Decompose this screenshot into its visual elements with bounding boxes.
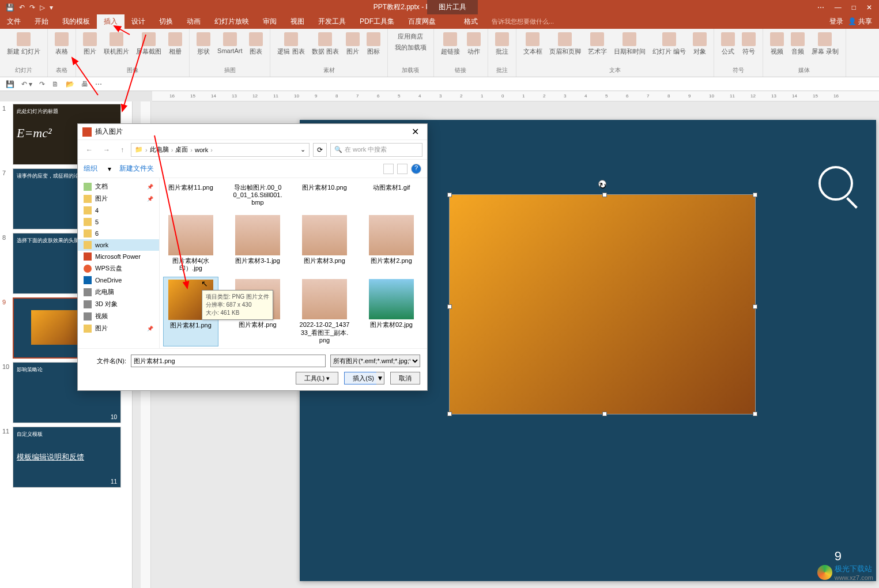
material-pic-button[interactable]: 图片 <box>342 31 363 65</box>
file-item[interactable]: 图片素材4(水印）.jpg <box>163 213 218 274</box>
album-button[interactable]: 相册 <box>165 31 186 65</box>
appstore-button[interactable]: 应用商店 <box>391 31 430 42</box>
resize-handle-nw[interactable] <box>447 193 452 197</box>
symbol-button[interactable]: 符号 <box>738 31 759 65</box>
undo-icon-2[interactable]: ↶ ▾ <box>21 80 32 88</box>
tab-file[interactable]: 文件 <box>0 14 28 29</box>
action-button[interactable]: 动作 <box>463 31 484 65</box>
nav-up-button[interactable]: ↑ <box>117 145 127 155</box>
file-item[interactable]: 图片素材02.jpg <box>364 277 419 346</box>
sidebar-item[interactable]: work <box>78 239 159 251</box>
file-item[interactable]: 图片素材11.png <box>163 182 218 210</box>
file-item[interactable]: 导出帧图片.00_00_01_16.Still001.bmp <box>230 182 285 210</box>
qat-more-icon[interactable]: ▾ <box>50 3 53 12</box>
object-button[interactable]: 对象 <box>689 31 710 65</box>
tab-review[interactable]: 审阅 <box>256 14 284 29</box>
view-list-icon[interactable] <box>397 164 408 174</box>
tab-format[interactable]: 格式 <box>457 14 485 29</box>
organize-button[interactable]: 组织 <box>84 164 97 174</box>
filetype-select[interactable]: 所有图片(*.emf;*.wmf;*.jpg;*.ji <box>330 355 420 367</box>
pin-icon[interactable]: 📌 <box>147 184 153 190</box>
save-icon-2[interactable]: 💾 <box>6 80 14 88</box>
file-item[interactable]: 图片素材3-1.jpg <box>230 213 285 274</box>
save-icon[interactable]: 💾 <box>6 3 14 12</box>
screenrec-button[interactable]: 屏幕 录制 <box>808 31 842 65</box>
sidebar-item[interactable]: 5 <box>78 216 159 228</box>
resize-handle-s[interactable] <box>602 412 607 416</box>
dialog-titlebar[interactable]: 插入图片 ✕ <box>78 124 427 140</box>
tab-baidu[interactable]: 百度网盘 <box>401 14 443 29</box>
open-icon[interactable]: 📂 <box>66 80 74 88</box>
dialog-sidebar[interactable]: 文档📌图片📌456workMicrosoft PowerWPS云盘OneDriv… <box>78 178 160 348</box>
sidebar-item[interactable]: 6 <box>78 228 159 239</box>
view-large-icon[interactable] <box>383 164 394 174</box>
file-item[interactable]: 图片素材3.png <box>297 213 352 274</box>
video-button[interactable]: 视频 <box>767 31 787 65</box>
tab-design[interactable]: 设计 <box>125 14 152 29</box>
file-list[interactable]: 图片素材11.png导出帧图片.00_00_01_16.Still001.bmp… <box>160 178 427 348</box>
cancel-button[interactable]: 取消 <box>390 372 420 385</box>
path-dropdown-icon[interactable]: ⌄ <box>300 146 305 153</box>
tab-view[interactable]: 视图 <box>284 14 311 29</box>
smartart-button[interactable]: SmartArt <box>214 31 246 65</box>
ribbon-options-icon[interactable]: ⋯ <box>817 3 824 12</box>
undo-icon[interactable]: ↶ <box>19 3 25 12</box>
chart-button[interactable]: 图表 <box>246 31 266 65</box>
start-icon[interactable]: ▷ <box>40 3 45 12</box>
nav-back-button[interactable]: ← <box>82 145 96 155</box>
shape-button[interactable]: 形状 <box>193 31 214 65</box>
login-button[interactable]: 登录 <box>829 17 843 27</box>
datetime-button[interactable]: 日期和时间 <box>610 31 649 65</box>
rotate-handle[interactable]: ↻ <box>598 180 606 188</box>
headerfooter-button[interactable]: 页眉和页脚 <box>546 31 584 65</box>
search-input[interactable]: 🔍 在 work 中搜索 <box>330 143 422 157</box>
selected-image[interactable]: ↻ <box>450 195 755 414</box>
equation-button[interactable]: 公式 <box>718 31 738 65</box>
nav-forward-button[interactable]: → <box>100 145 114 155</box>
restore-icon[interactable]: □ <box>852 3 856 12</box>
online-picture-button[interactable]: 联机图片 <box>100 31 133 65</box>
icon-button[interactable]: 图标 <box>363 31 384 65</box>
logic-chart-button[interactable]: 逻辑 图表 <box>274 31 308 65</box>
sidebar-item[interactable]: Microsoft Power <box>78 251 159 262</box>
tell-me-input[interactable]: 告诉我您想要做什么... <box>485 17 554 26</box>
pin-icon[interactable]: 📌 <box>147 326 153 331</box>
tab-mytemplate[interactable]: 我的模板 <box>55 14 97 29</box>
resize-handle-n[interactable] <box>602 193 607 197</box>
sidebar-item[interactable]: OneDrive <box>78 274 159 286</box>
path-bar[interactable]: 📁 ›此电脑 ›桌面 ›work › ⌄ <box>131 143 310 157</box>
more-icon[interactable]: ⋯ <box>95 80 102 88</box>
print-icon[interactable]: 🖶 <box>81 80 88 88</box>
audio-button[interactable]: 音频 <box>787 31 808 65</box>
slidenum-button[interactable]: 幻灯片 编号 <box>649 31 689 65</box>
pin-icon[interactable]: 📌 <box>147 196 153 202</box>
refresh-button[interactable]: ⟳ <box>313 143 327 157</box>
hyperlink-button[interactable]: 超链接 <box>437 31 463 65</box>
newfolder-button[interactable]: 新建文件夹 <box>119 164 154 174</box>
tab-insert[interactable]: 插入 <box>97 14 125 29</box>
help-icon[interactable]: ? <box>411 164 421 174</box>
sidebar-item[interactable]: WPS云盘 <box>78 262 159 274</box>
resize-handle-e[interactable] <box>753 304 757 309</box>
myaddin-button[interactable]: 我的加载项 <box>391 42 430 53</box>
filename-input[interactable] <box>131 355 326 367</box>
data-chart-button[interactable]: 数据 图表 <box>308 31 342 65</box>
minimize-icon[interactable]: — <box>835 3 842 12</box>
redo-icon-2[interactable]: ↷ <box>39 80 45 88</box>
resize-handle-se[interactable] <box>753 412 757 416</box>
tab-pdf[interactable]: PDF工具集 <box>353 14 401 29</box>
tab-transition[interactable]: 切换 <box>152 14 180 29</box>
resize-handle-ne[interactable] <box>753 193 757 197</box>
breadcrumb-pc[interactable]: 此电脑 <box>150 145 169 154</box>
tab-developer[interactable]: 开发工具 <box>311 14 353 29</box>
file-item[interactable]: 2022-12-02_143733_看图王_副本.png <box>297 277 352 346</box>
sidebar-item[interactable]: 图片📌 <box>78 193 159 205</box>
comment-button[interactable]: 批注 <box>492 31 512 65</box>
share-button[interactable]: 👤 共享 <box>848 17 872 27</box>
sidebar-item[interactable]: 3D 对象 <box>78 298 159 310</box>
screenshot-button[interactable]: 屏幕截图 <box>133 31 165 65</box>
file-item[interactable]: 图片素材10.png <box>297 182 352 210</box>
dialog-close-button[interactable]: ✕ <box>408 126 422 137</box>
tab-slideshow[interactable]: 幻灯片放映 <box>208 14 256 29</box>
table-button[interactable]: 表格 <box>51 31 72 65</box>
